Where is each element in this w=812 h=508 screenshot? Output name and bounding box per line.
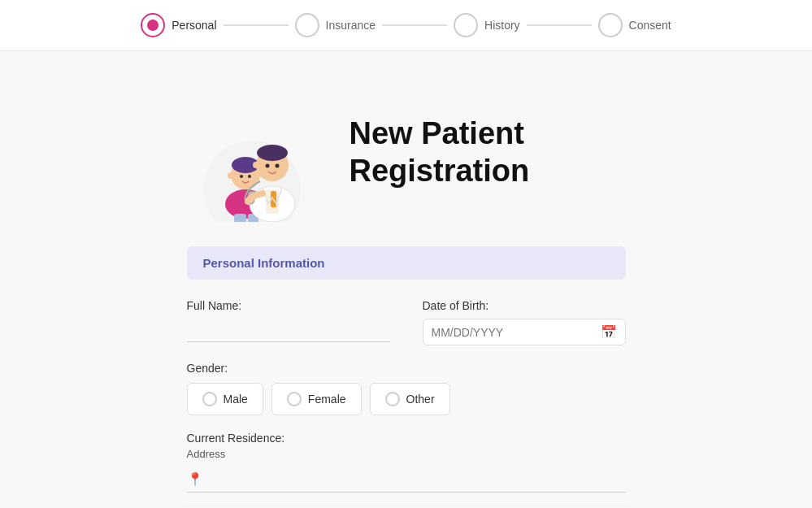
step-insurance[interactable]: Insurance	[295, 13, 376, 37]
main-content: New Patient Registration Personal Inform…	[0, 51, 812, 508]
gender-option-other[interactable]: Other	[370, 383, 450, 415]
step-connector-1	[224, 24, 289, 26]
dob-input-wrapper: 📅	[423, 319, 626, 345]
dob-label: Date of Birth:	[423, 299, 626, 312]
location-icon: 📍	[187, 471, 203, 487]
svg-point-5	[248, 175, 251, 178]
calendar-icon[interactable]: 📅	[601, 324, 617, 340]
gender-options: Male Female Other	[187, 383, 626, 415]
full-name-group: Full Name:	[187, 299, 390, 345]
step-personal[interactable]: Personal	[141, 13, 216, 37]
section-header-personal: Personal Information	[187, 246, 626, 280]
step-label-personal: Personal	[172, 19, 216, 32]
residence-label: Current Residence:	[187, 432, 626, 445]
stepper: Personal Insurance History Consent	[0, 0, 812, 51]
page-title: New Patient Registration	[350, 115, 530, 189]
radio-female	[287, 392, 302, 406]
radio-male	[202, 392, 217, 406]
step-label-consent: Consent	[629, 19, 671, 32]
step-consent[interactable]: Consent	[598, 13, 671, 37]
address-input-wrapper: 📍	[187, 467, 626, 493]
step-circle-history	[454, 13, 478, 37]
doctor-illustration	[187, 84, 317, 222]
dob-input[interactable]	[432, 326, 601, 339]
step-circle-consent	[598, 13, 623, 37]
svg-point-16	[253, 162, 259, 168]
svg-rect-7	[234, 214, 246, 222]
radio-other	[385, 392, 400, 406]
step-label-insurance: Insurance	[326, 19, 376, 32]
svg-point-6	[228, 172, 234, 179]
dob-group: Date of Birth: 📅	[423, 299, 626, 345]
svg-point-4	[240, 175, 243, 178]
step-label-history: History	[484, 19, 520, 32]
gender-label-male: Male	[224, 393, 248, 406]
step-circle-personal	[141, 13, 165, 37]
gender-option-female[interactable]: Female	[271, 383, 362, 415]
name-dob-row: Full Name: Date of Birth: 📅	[187, 299, 626, 345]
step-connector-2	[382, 24, 447, 26]
svg-point-13	[257, 145, 288, 161]
hero-section: New Patient Registration	[187, 84, 626, 222]
gender-label-female: Female	[308, 393, 346, 406]
svg-point-14	[265, 164, 269, 168]
step-history[interactable]: History	[454, 13, 520, 37]
gender-option-male[interactable]: Male	[187, 383, 263, 415]
full-name-input[interactable]	[187, 319, 390, 342]
page-title-block: New Patient Registration	[350, 115, 530, 189]
gender-label-other: Other	[406, 393, 435, 406]
gender-label: Gender:	[187, 362, 626, 375]
step-circle-insurance	[295, 13, 319, 37]
gender-section: Gender: Male Female Other	[187, 362, 626, 415]
address-sublabel: Address	[187, 448, 626, 460]
svg-point-15	[275, 164, 279, 168]
address-section: Current Residence: Address 📍	[187, 432, 626, 493]
full-name-label: Full Name:	[187, 299, 390, 312]
address-input[interactable]	[208, 473, 626, 486]
step-connector-3	[527, 24, 592, 26]
form-wrapper: New Patient Registration Personal Inform…	[187, 84, 626, 508]
